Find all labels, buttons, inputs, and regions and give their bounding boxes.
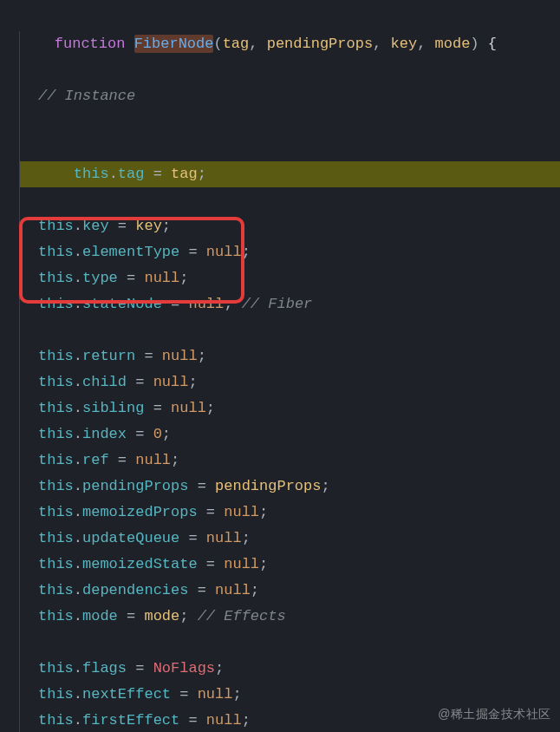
param-key: key — [391, 36, 418, 52]
function-name: FiberNode — [134, 35, 214, 53]
code-line-elementType: this.elementType = null; — [19, 239, 560, 265]
code-line-memoizedProps: this.memoizedProps = null; — [19, 500, 560, 526]
code-line-pendingProps: this.pendingProps = pendingProps; — [19, 474, 560, 500]
code-line-return: this.return = null; — [19, 343, 560, 369]
open-brace: { — [488, 36, 497, 52]
code-line-type: this.type = null; — [19, 265, 560, 291]
code-line-tag: this.tag = tag; — [19, 109, 560, 213]
param-pendingProps: pendingProps — [267, 36, 373, 52]
code-line-signature: function FiberNode(tag, pendingProps, ke… — [19, 5, 560, 83]
code-line-key: this.key = key; — [19, 213, 560, 239]
code-line-blank — [19, 317, 560, 343]
code-line-flags: this.flags = NoFlags; — [19, 656, 560, 682]
code-editor[interactable]: function FiberNode(tag, pendingProps, ke… — [0, 0, 560, 732]
code-line-blank — [19, 630, 560, 656]
code-line-stateNode: this.stateNode = null; // Fiber — [19, 291, 560, 317]
code-line-comment-instance: // Instance — [19, 83, 560, 109]
keyword-function: function — [55, 36, 126, 52]
param-mode: mode — [435, 36, 471, 52]
code-line-dependencies: this.dependencies = null; — [19, 578, 560, 604]
param-tag: tag — [223, 36, 250, 52]
code-line-ref: this.ref = null; — [19, 448, 560, 474]
code-line-memoizedState: this.memoizedState = null; — [19, 552, 560, 578]
code-line-index: this.index = 0; — [19, 422, 560, 448]
code-line-mode: this.mode = mode; // Effects — [19, 604, 560, 630]
watermark-text: @稀土掘金技术社区 — [438, 701, 551, 727]
code-line-updateQueue: this.updateQueue = null; — [19, 526, 560, 552]
code-line-sibling: this.sibling = null; — [19, 395, 560, 422]
code-line-child: this.child = null; — [19, 369, 560, 395]
